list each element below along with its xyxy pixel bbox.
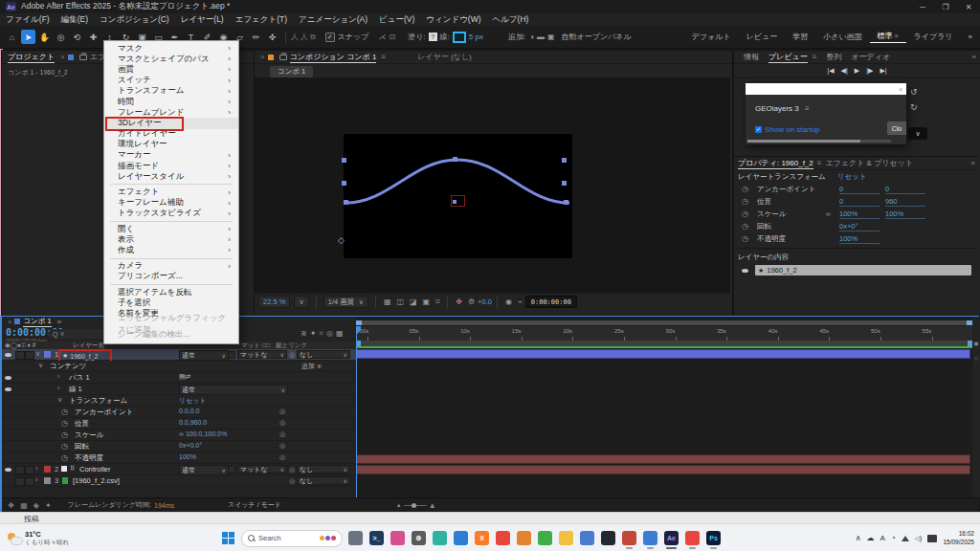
layer-name[interactable]: 1960_f_2 xyxy=(70,353,98,360)
context-menu-item-カメラ[interactable]: カメラ› xyxy=(104,261,238,272)
pickwhip-icon[interactable]: ◎ xyxy=(279,408,285,415)
layer-name[interactable]: Controller xyxy=(79,465,111,474)
quality-select[interactable]: 1/4 画質 ∨ xyxy=(323,296,368,308)
path-option-icons[interactable]: ▤⇄ xyxy=(179,373,190,381)
selection-handle[interactable] xyxy=(562,158,567,163)
eye-icon[interactable] xyxy=(5,468,11,472)
taskbar-app-store[interactable] xyxy=(454,531,468,545)
orbit-camera-tool[interactable]: ⟲ xyxy=(70,30,84,44)
context-menu-item-キーフレーム補助[interactable]: キーフレーム補助› xyxy=(104,198,238,209)
workspace-小さい画面[interactable]: 小さい画面 xyxy=(815,32,869,42)
menu-item-ヘルプ(H)[interactable]: ヘルプ(H) xyxy=(487,14,535,26)
tab-project[interactable]: プロジェクト xyxy=(8,52,55,63)
fill-color-swatch[interactable]: ? xyxy=(429,33,437,41)
timeline-search-input[interactable]: Q∨ xyxy=(48,329,108,339)
group-name[interactable]: コンテンツ xyxy=(50,362,86,371)
timeline-row-1960_f_2[interactable]: ∨1★1960_f_2通常∨マットな∨◎なし∨ xyxy=(2,349,356,361)
selection-handle[interactable] xyxy=(342,158,346,163)
label-color-swatch[interactable] xyxy=(44,466,51,473)
stopwatch-icon[interactable]: ◷ xyxy=(61,453,68,462)
comp-breadcrumb[interactable]: コンポ 1 xyxy=(270,66,313,77)
property-value[interactable]: 100% xyxy=(885,209,925,219)
property-value[interactable]: 100% xyxy=(839,234,880,244)
context-menu-item-表示[interactable]: 表示› xyxy=(104,234,238,245)
pickwhip-icon[interactable]: ◎ xyxy=(279,430,285,438)
audio-toggle[interactable] xyxy=(15,351,25,360)
minimize-button[interactable]: ─ xyxy=(911,3,934,11)
taskbar-app-photoshop[interactable]: Ps xyxy=(706,531,721,545)
popup-scrollbar[interactable] xyxy=(747,140,891,143)
timeline-status-icon[interactable]: ◈ xyxy=(33,501,39,510)
property-value[interactable]: ∞ 100.0,100.0% xyxy=(179,430,227,437)
property-name[interactable]: 不透明度 xyxy=(75,453,103,463)
panel-menu-icon[interactable]: ≡ xyxy=(817,159,822,167)
property-name[interactable]: アンカーポイント xyxy=(75,408,133,417)
context-menu-item-作成[interactable]: 作成› xyxy=(104,245,238,255)
time-ruler[interactable]: :00s05s10s15s20s25s30s35s40s45s50s55s01:… xyxy=(356,326,972,342)
menu-item-レイヤー(L)[interactable]: レイヤー(L) xyxy=(175,14,230,26)
context-menu-item-画質[interactable]: 画質› xyxy=(104,64,238,75)
view-option-icon[interactable]: ◫ xyxy=(396,298,404,306)
property-value[interactable]: 0x+0° xyxy=(839,222,880,231)
tab-properties[interactable]: プロパティ: 1960_f_2 xyxy=(738,158,813,169)
anchor-point[interactable] xyxy=(453,200,457,204)
pickwhip-icon[interactable]: ◎ xyxy=(279,442,285,450)
stopwatch-icon[interactable]: ◷ xyxy=(742,234,748,243)
eye-icon[interactable] xyxy=(5,353,11,357)
group-name[interactable]: パス 1 xyxy=(69,373,90,383)
context-menu-item-マーカー[interactable]: マーカー› xyxy=(104,150,238,161)
taskbar-app-settings[interactable]: ⚙ xyxy=(412,531,426,545)
timeline-row-回転[interactable]: ◷回転0x+0.0°◎ xyxy=(2,441,356,452)
expander-icon[interactable]: › xyxy=(35,476,37,483)
pickwhip-icon[interactable]: ◎ xyxy=(279,419,285,427)
tab-情報[interactable]: 情報 xyxy=(744,52,759,62)
popup-close-icon[interactable]: × xyxy=(899,86,906,93)
parent-link-select[interactable]: ◎なし∨ xyxy=(289,476,350,485)
zoom-dropdown[interactable]: ∨ xyxy=(294,296,309,308)
selection-handle[interactable] xyxy=(564,200,568,205)
property-value[interactable]: 0 xyxy=(885,185,925,194)
workspace-学習[interactable]: 学習 xyxy=(785,32,815,42)
tab-プレビュー[interactable]: プレビュー xyxy=(768,52,808,63)
stopwatch-icon[interactable]: ◷ xyxy=(61,430,68,439)
group-name[interactable]: トランスフォーム xyxy=(69,396,127,406)
overflow-icon[interactable]: » xyxy=(971,159,975,167)
context-menu-item-スイッチ[interactable]: スイッチ› xyxy=(104,76,238,86)
taskbar-app-file-explorer[interactable] xyxy=(559,531,573,545)
snapshot-camera-icon[interactable]: ◉ xyxy=(505,298,512,306)
timeline-row-Controller[interactable]: ›2⠿Controller通常∨マットな∨◎なし∨ xyxy=(2,464,356,475)
redo-icon[interactable]: ↻ xyxy=(910,102,918,112)
property-name[interactable]: 回転 xyxy=(75,442,89,452)
solo-toggle[interactable] xyxy=(25,477,34,486)
blend-mode-select[interactable]: 通常∨ xyxy=(179,465,229,475)
context-menu-item-エフェクト[interactable]: エフェクト› xyxy=(104,187,238,197)
timeline-status-icon[interactable]: ▦ xyxy=(20,501,28,510)
menu-item-ビュー(V)[interactable]: ビュー(V) xyxy=(373,14,420,26)
tab-layer[interactable]: レイヤー (なし) xyxy=(417,52,472,62)
link-dimensions-icon[interactable]: ∞ xyxy=(826,210,831,217)
view-option-icon[interactable]: ▣ xyxy=(423,298,431,306)
gutter-icon[interactable]: ▣ xyxy=(972,340,980,346)
taskbar-app-teams[interactable] xyxy=(580,531,594,545)
selection-tool[interactable]: ➤ xyxy=(21,30,35,44)
go-to-start-button[interactable]: |◀ xyxy=(827,67,834,75)
audio-toggle[interactable] xyxy=(15,477,25,486)
view-option-icon[interactable]: ◪ xyxy=(410,298,417,306)
layer-content-item[interactable]: ★ 1960_f_2 xyxy=(755,265,971,276)
timeline-row-スケール[interactable]: ◷スケール∞ 100.0,100.0%◎ xyxy=(2,430,356,441)
timeline-row-パス 1[interactable]: ›パス 1▤⇄ xyxy=(2,372,356,384)
panel-menu-icon[interactable]: ≡ xyxy=(57,318,61,326)
layer-duration-bar[interactable] xyxy=(356,349,970,359)
stopwatch-icon[interactable]: ◷ xyxy=(742,222,748,231)
solo-toggle[interactable] xyxy=(25,351,34,360)
pickwhip-icon[interactable]: ◎ xyxy=(289,466,295,474)
taskbar-app-github[interactable] xyxy=(601,531,615,545)
property-name[interactable]: スケール xyxy=(75,430,104,440)
taskbar-app-mail[interactable] xyxy=(517,531,531,545)
pickwhip-icon[interactable]: ◎ xyxy=(289,351,295,359)
input-indicator-icon[interactable] xyxy=(927,535,937,542)
home-icon[interactable]: ⌂ xyxy=(5,30,19,44)
stopwatch-icon[interactable]: ◷ xyxy=(61,419,68,428)
close-tab-icon[interactable]: × xyxy=(260,53,265,61)
previous-frame-button[interactable]: ◀| xyxy=(841,67,848,75)
